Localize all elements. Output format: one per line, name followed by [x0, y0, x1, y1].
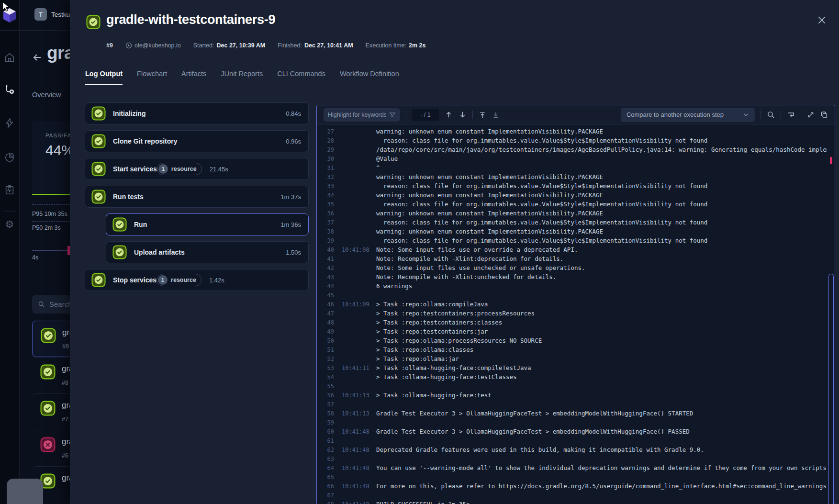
resource-count: 1 — [158, 164, 168, 174]
close-icon[interactable] — [815, 13, 828, 29]
log-line-number: 39 — [322, 237, 334, 244]
log-line: 52> Task :repo:ollama:jar — [322, 354, 827, 363]
home-icon[interactable] — [4, 52, 15, 63]
log-text: > Task :repo:ollama:classes — [376, 346, 827, 353]
highlight-keywords-field[interactable] — [324, 108, 400, 122]
log-line: 33 reason: class file for org.immutables… — [322, 181, 827, 190]
execution-time-label: Execution time: — [366, 42, 406, 49]
log-line: 48> Task :repo:testcontainers:classes — [322, 318, 827, 327]
p50-label: P50 2m 3s — [32, 224, 61, 231]
tab-log-output[interactable]: Log Output — [85, 70, 123, 85]
mouse-cursor — [1, 1, 11, 13]
log-timestamp: 10:41:48 — [342, 483, 371, 490]
step-item[interactable]: Stop services1resource1.42s — [85, 269, 309, 291]
step-label: Clone Git repository — [113, 137, 178, 145]
step-item[interactable]: Start services1resource21.45s — [85, 158, 309, 180]
app-icon-rail: ⚙ — [0, 0, 20, 504]
axis-label: 4s — [32, 254, 38, 261]
tab-flowchart[interactable]: Flowchart — [137, 70, 167, 85]
log-text: warning: unknown enum constant Implement… — [376, 228, 827, 235]
execution-details-modal: gradle-with-testcontainers-9 #9 ole@kube… — [70, 0, 839, 504]
log-text: > Task :repo:testcontainers:processResou… — [376, 310, 827, 317]
log-line-number: 36 — [322, 210, 334, 217]
scroll-to-top-icon[interactable] — [479, 111, 486, 119]
steps-list: Initializing0.84sClone Git repository0.9… — [85, 102, 309, 297]
log-text: > Task :repo:ollama:processResources NO-… — [376, 337, 827, 344]
step-item[interactable]: Run tests1m 37s — [85, 186, 309, 208]
modal-tabs: Log OutputFlowchartArtifactsJUnit Report… — [85, 70, 399, 85]
log-text: warning: unknown enum constant Implement… — [376, 210, 827, 217]
log-line-number: 27 — [322, 128, 334, 135]
step-item[interactable]: Run1m 36s — [106, 213, 309, 235]
log-timestamp: 10:41:48 — [342, 428, 371, 435]
log-line: 38warning: unknown enum constant Impleme… — [322, 227, 827, 236]
log-line: 42Note: Some input files use unchecked o… — [322, 263, 827, 272]
highlight-keywords-input[interactable] — [328, 112, 386, 118]
log-line: 6610:41:48For more on this, please refer… — [322, 482, 827, 491]
log-line-number: 35 — [322, 201, 334, 208]
tab-junit-reports[interactable]: JUnit Reports — [221, 70, 263, 85]
step-duration: 0.84s — [286, 110, 301, 117]
log-line: 35 reason: class file for org.immutables… — [322, 200, 827, 209]
expand-fullscreen-icon[interactable] — [807, 111, 815, 119]
insights-icon[interactable] — [4, 152, 15, 163]
tab-artifacts[interactable]: Artifacts — [181, 70, 206, 85]
log-line-number: 32 — [322, 174, 334, 180]
workspace-avatar[interactable]: T — [34, 8, 47, 21]
step-duration: 0.96s — [286, 138, 301, 145]
log-line: 36warning: unknown enum constant Impleme… — [322, 209, 827, 218]
log-line-number: 30 — [322, 156, 334, 162]
log-content[interactable]: 27warning: unknown enum constant Impleme… — [322, 124, 827, 504]
log-text: 6 warnings — [376, 282, 827, 290]
log-line: 5310:41:11> Task :ollama-hugging-face:co… — [322, 363, 827, 372]
tab-workflow-definition[interactable]: Workflow Definition — [340, 70, 399, 85]
p95-label: P95 10m 35s — [32, 211, 67, 217]
log-line: 63 — [322, 454, 827, 463]
log-line: 27warning: unknown enum constant Impleme… — [322, 127, 827, 136]
settings-gear-icon[interactable]: ⚙ — [5, 219, 14, 230]
toolbar-divider — [406, 111, 406, 119]
log-text: BUILD SUCCESSFUL in 1m 35s — [376, 501, 827, 504]
log-line-number: 56 — [322, 392, 334, 399]
log-line-number: 51 — [322, 347, 334, 353]
log-line-number: 52 — [322, 356, 334, 362]
log-text: Gradle Test Executor 3 > OllamaHuggingFa… — [376, 428, 827, 435]
compare-step-dropdown[interactable]: Compare to another execution step — [621, 108, 755, 122]
log-timestamp: 10:41:48 — [342, 465, 371, 471]
step-status-passed-icon — [91, 162, 106, 176]
log-text: > Task :repo:ollama:jar — [376, 355, 827, 362]
step-item[interactable]: Clone Git repository0.96s — [85, 130, 309, 152]
previous-match-icon[interactable] — [445, 111, 453, 119]
word-wrap-icon[interactable] — [787, 111, 795, 119]
triggers-icon[interactable] — [4, 118, 15, 128]
log-line-number: 59 — [322, 419, 334, 426]
monitoring-icon[interactable] — [4, 185, 15, 195]
log-line-number: 57 — [322, 401, 334, 408]
finished-value: Dec 27, 10:41 AM — [304, 42, 353, 49]
log-line: 57 — [322, 400, 827, 409]
step-status-passed-icon — [112, 245, 127, 259]
log-line-number: 64 — [322, 465, 334, 471]
log-line: 6210:41:48Deprecated Gradle features wer… — [322, 445, 827, 454]
log-text: reason: class file for org.immutables.va… — [376, 182, 827, 190]
scroll-to-bottom-icon[interactable] — [492, 111, 500, 119]
tab-cli-commands[interactable]: CLI Commands — [277, 70, 325, 85]
log-text: ^ — [376, 164, 827, 171]
execution-status-passed-icon — [40, 401, 56, 418]
log-scrollbar-thumb[interactable] — [828, 274, 834, 504]
step-item[interactable]: Upload artifacts1.50s — [106, 241, 309, 263]
duration-axis-line — [32, 250, 67, 251]
search-log-icon[interactable] — [767, 111, 775, 119]
log-line-number: 48 — [322, 319, 334, 326]
log-line: 54> Task :ollama-hugging-face:testClasse… — [322, 372, 827, 381]
log-line-number: 55 — [322, 383, 334, 390]
step-item[interactable]: Initializing0.84s — [85, 102, 309, 124]
back-arrow-icon[interactable] — [32, 52, 43, 65]
log-line-number: 68 — [322, 501, 334, 504]
copy-log-icon[interactable] — [820, 111, 828, 119]
workflows-icon[interactable] — [4, 84, 15, 96]
log-line: 6810:41:48BUILD SUCCESSFUL in 1m 35s — [322, 500, 827, 504]
next-match-icon[interactable] — [459, 111, 467, 119]
execution-status-passed-icon — [40, 364, 56, 381]
tab-overview[interactable]: Overview — [32, 91, 61, 105]
